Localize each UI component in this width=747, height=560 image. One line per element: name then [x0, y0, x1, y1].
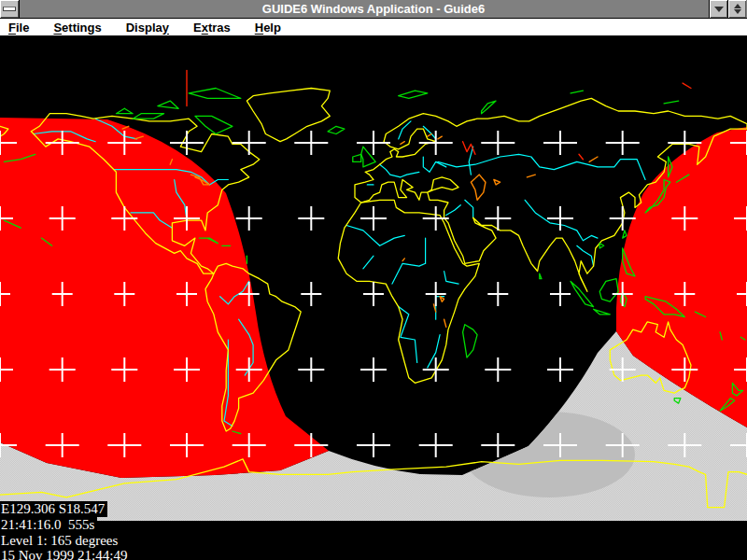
menu-item-settings[interactable]: Settings — [53, 21, 101, 35]
menu-bar: FileSettingsDisplayExtrasHelp — [0, 18, 747, 36]
restore-button[interactable] — [727, 0, 746, 18]
up-arrow-icon — [734, 4, 741, 8]
minimize-button[interactable] — [709, 0, 727, 18]
down-arrow-icon — [734, 9, 741, 14]
status-cursor-position: E129.306 S18.547 — [0, 501, 107, 517]
menu-item-file[interactable]: File — [8, 21, 29, 35]
status-time: 21:41:16.0 555s — [0, 517, 97, 533]
status-datetime: 15 Nov 1999 21:44:49 — [0, 548, 130, 560]
title-bar: GUIDE6 Windows Application - Guide6 — [0, 0, 747, 18]
application-window: GUIDE6 Windows Application - Guide6 File… — [0, 0, 747, 560]
status-level: Level 1: 165 degrees — [0, 533, 120, 549]
world-map[interactable] — [0, 0, 747, 560]
menu-item-extras[interactable]: Extras — [193, 21, 231, 35]
menu-item-display[interactable]: Display — [126, 21, 169, 35]
menu-item-help[interactable]: Help — [255, 21, 281, 35]
window-title: GUIDE6 Windows Application - Guide6 — [0, 0, 747, 18]
down-arrow-icon — [714, 7, 724, 12]
